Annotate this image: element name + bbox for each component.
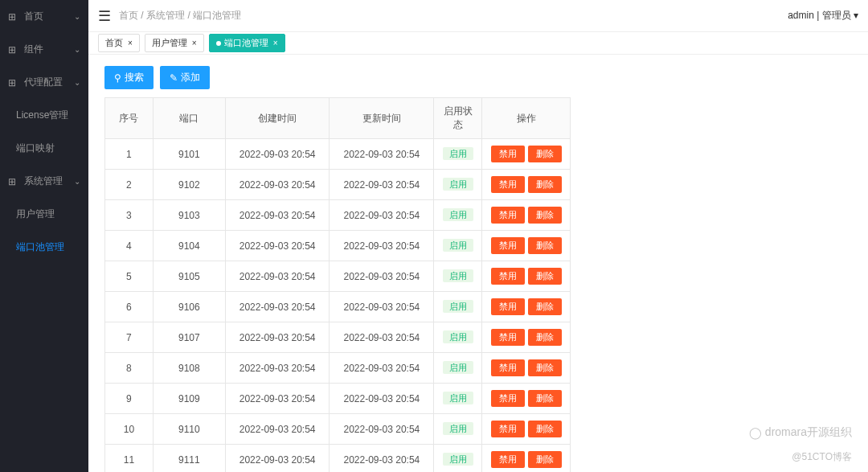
- chevron-down-icon: ⌄: [74, 45, 80, 54]
- user-info[interactable]: admin | 管理员 ▾: [788, 9, 858, 23]
- table-cell: 2022-09-03 20:54: [225, 292, 330, 322]
- table-cell: 9110: [153, 414, 225, 445]
- chevron-down-icon: ⌄: [74, 177, 80, 186]
- delete-button[interactable]: 删除: [528, 176, 562, 193]
- table-cell: 9: [105, 384, 154, 414]
- sidebar-item[interactable]: ⊞首页⌄: [0, 0, 88, 33]
- col-created: 创建时间: [225, 98, 330, 139]
- search-button[interactable]: ⚲ 搜索: [104, 66, 154, 89]
- delete-button[interactable]: 删除: [528, 329, 562, 346]
- close-icon[interactable]: ×: [128, 39, 133, 47]
- sidebar-item[interactable]: 端口映射: [0, 132, 88, 165]
- status-cell: 启用: [434, 261, 482, 292]
- table-row: 591052022-09-03 20:542022-09-03 20:54启用禁…: [105, 261, 571, 292]
- disable-button[interactable]: 禁用: [491, 268, 525, 285]
- add-button[interactable]: ✎ 添加: [160, 66, 210, 89]
- ops-cell: 禁用删除: [482, 445, 571, 473]
- disable-button[interactable]: 禁用: [491, 451, 525, 468]
- table-cell: 5: [105, 261, 154, 292]
- disable-button[interactable]: 禁用: [491, 207, 525, 224]
- disable-button[interactable]: 禁用: [491, 359, 525, 376]
- table-cell: 9108: [153, 353, 225, 384]
- status-cell: 启用: [434, 445, 482, 473]
- sidebar-item-label: 系统管理: [24, 174, 63, 188]
- sidebar-item-label: 端口映射: [16, 142, 55, 155]
- table-cell: 9109: [153, 384, 225, 414]
- sidebar-item[interactable]: ⊞代理配置⌄: [0, 66, 88, 99]
- tab[interactable]: 首页×: [98, 34, 140, 52]
- watermark-brand: ◯ dromara开源组织: [749, 425, 852, 440]
- sidebar-item[interactable]: ⊞组件⌄: [0, 33, 88, 66]
- status-badge: 启用: [443, 422, 473, 435]
- table-row: 791072022-09-03 20:542022-09-03 20:54启用禁…: [105, 322, 571, 353]
- status-badge: 启用: [443, 147, 473, 160]
- sidebar-item-label: License管理: [16, 109, 68, 122]
- delete-button[interactable]: 删除: [528, 207, 562, 224]
- sidebar-item[interactable]: 用户管理: [0, 198, 88, 231]
- table-cell: 2022-09-03 20:54: [330, 445, 434, 473]
- table-cell: 2022-09-03 20:54: [330, 139, 434, 170]
- disable-button[interactable]: 禁用: [491, 329, 525, 346]
- table-cell: 2022-09-03 20:54: [330, 322, 434, 353]
- grid-icon: ⊞: [8, 11, 19, 23]
- sidebar-item-label: 用户管理: [16, 207, 55, 221]
- col-ops: 操作: [482, 98, 571, 139]
- wechat-icon: ◯: [749, 426, 762, 439]
- col-status: 启用状态: [434, 98, 482, 139]
- delete-button[interactable]: 删除: [528, 146, 562, 162]
- disable-button[interactable]: 禁用: [491, 421, 525, 437]
- delete-button[interactable]: 删除: [528, 268, 562, 285]
- table-cell: 9103: [153, 200, 225, 231]
- table-row: 391032022-09-03 20:542022-09-03 20:54启用禁…: [105, 200, 571, 231]
- table-cell: 6: [105, 292, 154, 322]
- status-badge: 启用: [443, 178, 473, 191]
- tab[interactable]: 端口池管理×: [209, 34, 285, 52]
- ops-cell: 禁用删除: [482, 414, 571, 445]
- table-cell: 2022-09-03 20:54: [330, 353, 434, 384]
- table-row: 491042022-09-03 20:542022-09-03 20:54启用禁…: [105, 231, 571, 261]
- tab[interactable]: 用户管理×: [145, 34, 204, 52]
- close-icon[interactable]: ×: [273, 39, 278, 47]
- breadcrumb-home[interactable]: 首页: [119, 10, 138, 21]
- disable-button[interactable]: 禁用: [491, 146, 525, 162]
- menu-toggle-icon[interactable]: ☰: [98, 7, 111, 25]
- table-cell: 9105: [153, 261, 225, 292]
- sidebar-item-label: 首页: [24, 10, 43, 23]
- status-badge: 启用: [443, 453, 473, 466]
- breadcrumb-l2[interactable]: 端口池管理: [193, 10, 241, 21]
- table-cell: 8: [105, 353, 154, 384]
- sidebar-item[interactable]: License管理: [0, 99, 88, 132]
- sidebar-item-label: 代理配置: [24, 76, 63, 89]
- disable-button[interactable]: 禁用: [491, 176, 525, 193]
- sidebar-item-label: 端口池管理: [16, 240, 64, 254]
- disable-button[interactable]: 禁用: [491, 390, 525, 407]
- ops-cell: 禁用删除: [482, 292, 571, 322]
- status-cell: 启用: [434, 322, 482, 353]
- close-icon[interactable]: ×: [192, 39, 197, 47]
- status-cell: 启用: [434, 139, 482, 170]
- sidebar-item[interactable]: ⊞系统管理⌄: [0, 165, 88, 198]
- delete-button[interactable]: 删除: [528, 451, 562, 468]
- delete-button[interactable]: 删除: [528, 359, 562, 376]
- table-cell: 2022-09-03 20:54: [225, 261, 330, 292]
- delete-button[interactable]: 删除: [528, 298, 562, 315]
- table-cell: 2: [105, 170, 154, 200]
- chevron-down-icon: ⌄: [74, 78, 80, 87]
- disable-button[interactable]: 禁用: [491, 237, 525, 254]
- table-cell: 1: [105, 139, 154, 170]
- table-cell: 2022-09-03 20:54: [330, 231, 434, 261]
- table-cell: 2022-09-03 20:54: [225, 414, 330, 445]
- table-cell: 2022-09-03 20:54: [330, 414, 434, 445]
- status-cell: 启用: [434, 414, 482, 445]
- delete-button[interactable]: 删除: [528, 421, 562, 437]
- col-port: 端口: [153, 98, 225, 139]
- table-cell: 2022-09-03 20:54: [225, 384, 330, 414]
- breadcrumb-l1[interactable]: 系统管理: [146, 10, 185, 21]
- disable-button[interactable]: 禁用: [491, 298, 525, 315]
- delete-button[interactable]: 删除: [528, 237, 562, 254]
- sidebar-item[interactable]: 端口池管理: [0, 231, 88, 264]
- table-row: 291022022-09-03 20:542022-09-03 20:54启用禁…: [105, 170, 571, 200]
- table-cell: 9107: [153, 322, 225, 353]
- table-cell: 2022-09-03 20:54: [330, 200, 434, 231]
- delete-button[interactable]: 删除: [528, 390, 562, 407]
